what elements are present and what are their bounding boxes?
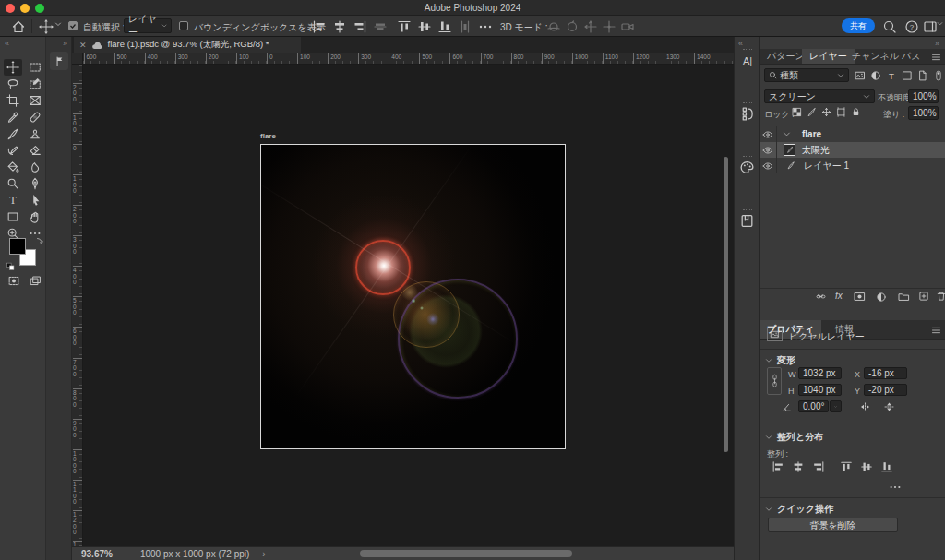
auto-select-checkbox[interactable] (68, 21, 78, 30)
auto-select-dropdown[interactable]: レイヤー (124, 18, 172, 33)
share-button[interactable]: 共有 (842, 18, 875, 33)
adjustment-layer-icon[interactable] (876, 292, 887, 303)
layer-effects-icon[interactable]: fx (835, 291, 843, 301)
distribute-middle-icon[interactable] (417, 19, 432, 34)
clone-stamp-tool[interactable] (26, 125, 44, 142)
align-distribute-section-header[interactable]: 整列と分布 (765, 431, 823, 444)
marquee-tool[interactable] (26, 59, 44, 76)
eyedropper-tool[interactable] (4, 109, 22, 125)
constrain-proportions-toggle[interactable] (767, 367, 782, 395)
smudge-tool[interactable] (26, 159, 44, 175)
chevron-down-icon[interactable] (54, 19, 63, 34)
filter-adjustment-layers-icon[interactable] (870, 70, 881, 81)
align-center-horizontal-icon[interactable] (792, 460, 805, 473)
swap-colors-icon[interactable] (35, 236, 44, 245)
frame-tool[interactable] (26, 92, 44, 109)
align-left-icon[interactable] (312, 19, 327, 34)
libraries-panel-icon[interactable] (739, 213, 755, 229)
type-tool[interactable]: T (4, 192, 22, 209)
visibility-toggle[interactable] (760, 126, 777, 142)
transform-section-header[interactable]: 変形 (765, 354, 795, 367)
filter-type-layers-icon[interactable]: T (886, 70, 897, 81)
flip-vertical-icon[interactable] (883, 401, 895, 412)
link-layers-icon[interactable] (815, 292, 827, 302)
horizontal-scrollbar-thumb[interactable] (360, 550, 572, 557)
zoom-level[interactable]: 93.67% (81, 549, 113, 559)
glyphs-panel-icon[interactable] (739, 106, 755, 122)
ruler-corner[interactable] (72, 53, 83, 65)
width-field[interactable]: 1032 px (798, 367, 842, 379)
filter-pixel-layers-icon[interactable] (855, 70, 866, 81)
align-center-horizontal-icon[interactable] (332, 19, 347, 34)
x-field[interactable]: -16 px (864, 367, 907, 379)
tab-paths[interactable]: パス (894, 49, 927, 64)
quick-actions-section-header[interactable]: クイック操作 (765, 503, 833, 516)
expand-panel-icon[interactable]: » (63, 39, 67, 48)
home-icon[interactable] (11, 19, 26, 34)
align-right-icon[interactable] (812, 460, 825, 473)
dodge-tool[interactable] (4, 175, 22, 192)
layer-row-group[interactable]: flare (760, 126, 945, 142)
canvas-image[interactable] (260, 144, 566, 449)
panel-menu-icon[interactable] (931, 327, 941, 334)
layer-thumbnail[interactable] (784, 144, 795, 156)
healing-brush-tool[interactable] (26, 109, 44, 125)
brush-tool[interactable] (4, 125, 22, 142)
lasso-tool[interactable] (4, 76, 22, 92)
panel-menu-icon[interactable] (931, 54, 941, 61)
default-colors-icon[interactable] (6, 262, 15, 270)
bounding-box-checkbox[interactable] (179, 21, 188, 30)
add-mask-icon[interactable] (854, 292, 866, 302)
distribute-top-icon[interactable] (397, 19, 412, 34)
move-tool-preset-icon[interactable] (39, 19, 54, 34)
height-field[interactable]: 1040 px (798, 384, 842, 396)
distribute-bottom-icon[interactable] (437, 19, 452, 34)
gradient-tool[interactable] (4, 159, 22, 175)
pen-tool[interactable] (26, 175, 44, 192)
character-panel-icon[interactable]: A| (739, 53, 756, 69)
visibility-toggle[interactable] (760, 158, 777, 173)
vertical-scrollbar-thumb[interactable] (724, 157, 728, 452)
align-bottom-icon[interactable] (880, 460, 893, 473)
layer-row[interactable]: レイヤー 1 (760, 158, 945, 173)
remove-background-button[interactable]: 背景を削除 (768, 518, 898, 532)
path-selection-tool[interactable] (26, 192, 44, 209)
group-expand-chevron-icon[interactable] (783, 130, 791, 138)
layer-filter-dropdown[interactable]: 種類 (764, 68, 849, 82)
visibility-toggle[interactable] (760, 142, 777, 158)
rotation-dropdown[interactable] (830, 400, 842, 412)
layer-thumbnail-icon[interactable] (785, 161, 795, 171)
quick-mask-icon[interactable] (7, 275, 20, 287)
blend-mode-dropdown[interactable]: スクリーン (764, 89, 875, 103)
y-field[interactable]: -20 px (864, 384, 907, 396)
search-icon[interactable] (882, 19, 897, 34)
collapse-dock-icon[interactable]: « (738, 39, 743, 48)
layer-row-selected[interactable]: 太陽光 (760, 142, 945, 158)
filter-smart-objects-icon[interactable] (917, 70, 928, 81)
foreground-color-swatch[interactable] (9, 238, 26, 255)
move-tool[interactable] (4, 59, 22, 76)
hand-tool[interactable] (26, 209, 44, 225)
filter-toggle-icon[interactable] (934, 69, 943, 82)
lock-artboard-icon[interactable] (836, 107, 846, 117)
align-right-icon[interactable] (353, 19, 367, 34)
rectangle-tool[interactable] (4, 209, 22, 225)
expand-dock-icon[interactable]: » (935, 39, 939, 48)
lock-position-icon[interactable] (821, 107, 831, 117)
more-options-icon[interactable] (478, 19, 493, 34)
notes-panel-icon[interactable] (50, 52, 68, 70)
flip-horizontal-icon[interactable] (859, 401, 871, 412)
close-tab-icon[interactable]: ✕ (79, 41, 87, 50)
new-group-icon[interactable] (898, 292, 910, 302)
lock-transparency-icon[interactable] (792, 107, 802, 117)
rotation-field[interactable]: 0.00° (798, 400, 829, 412)
object-selection-tool[interactable] (26, 76, 44, 92)
align-top-icon[interactable] (840, 460, 853, 473)
align-middle-vertical-icon[interactable] (860, 460, 873, 473)
chevron-down-icon[interactable] (936, 19, 944, 34)
delete-layer-icon[interactable] (936, 291, 945, 302)
eraser-tool[interactable] (26, 142, 44, 159)
screen-mode-icon[interactable] (29, 275, 42, 287)
color-panel-icon[interactable] (739, 160, 755, 175)
more-align-options-icon[interactable] (889, 483, 902, 492)
